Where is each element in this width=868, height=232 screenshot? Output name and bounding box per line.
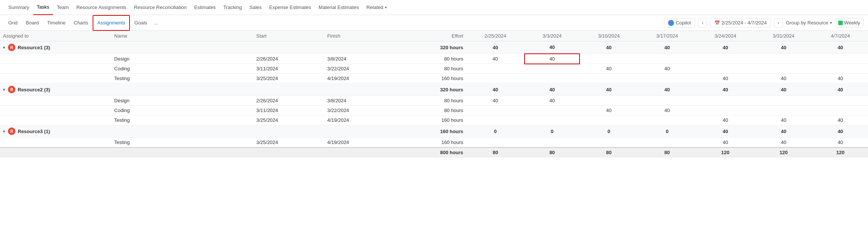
subnav-assignments[interactable]: Assignments xyxy=(93,15,130,31)
task-effort-r1-1: 80 hours xyxy=(395,64,467,74)
task-date-r3-0-d7[interactable]: 40 xyxy=(813,138,868,148)
task-assigned-r3-0 xyxy=(0,138,111,148)
task-date-r2-0-d6 xyxy=(755,96,813,106)
col-header-effort: Effort xyxy=(395,31,467,41)
task-date-r2-0-d1[interactable]: 40 xyxy=(466,96,525,106)
task-date-r1-0-d1[interactable]: 40 xyxy=(466,54,525,64)
nav-team[interactable]: Team xyxy=(53,0,73,15)
group-date-r2-d5: 40 xyxy=(696,83,755,96)
task-date-r1-2-d6[interactable]: 40 xyxy=(755,74,813,83)
task-date-r2-1-d4[interactable]: 40 xyxy=(638,106,696,115)
subnav-timeline[interactable]: Timeline xyxy=(43,15,69,31)
col-header-d4: 3/17/2024 xyxy=(638,31,696,41)
nav-tracking[interactable]: Tracking xyxy=(220,0,246,15)
group-date-r1-d2: 40 xyxy=(525,41,580,54)
total-assigned xyxy=(0,147,111,158)
subnav-more[interactable]: ... xyxy=(152,17,160,29)
task-name-r3-0: Testing xyxy=(111,138,253,148)
task-date-r1-1-d1 xyxy=(466,64,525,74)
task-date-r1-0-d3 xyxy=(580,54,638,64)
task-date-r1-2-d5[interactable]: 40 xyxy=(696,74,755,83)
task-date-r1-2-d7[interactable]: 40 xyxy=(813,74,868,83)
group-row-r3: ▾ R Resource3 (1) 160 hours 0000404040 xyxy=(0,125,868,138)
task-date-r2-1-d3[interactable]: 40 xyxy=(580,106,638,115)
group-name-r2 xyxy=(111,83,253,96)
nav-resource-reconciliation[interactable]: Resource Reconciliation xyxy=(130,0,191,15)
resource-name-r1: Resource1 (3) xyxy=(18,45,50,50)
task-start-r2-2: 3/25/2024 xyxy=(253,115,324,125)
group-date-r2-d7: 40 xyxy=(813,83,868,96)
task-row-r1-1: Coding 3/11/2024 3/22/2024 80 hours 4040 xyxy=(0,64,868,74)
next-date-button[interactable]: › xyxy=(774,18,783,27)
group-chevron-r3[interactable]: ▾ xyxy=(3,129,5,133)
task-date-r2-2-d4 xyxy=(638,115,696,125)
nav-material-estimates[interactable]: Material Estimates xyxy=(315,0,363,15)
task-start-r2-1: 3/11/2024 xyxy=(253,106,324,115)
resource-name-r3: Resource3 (1) xyxy=(18,129,50,134)
task-date-r1-0-d4 xyxy=(638,54,696,64)
task-name-r2-0: Design xyxy=(111,96,253,106)
weekly-button[interactable]: Weekly xyxy=(835,18,863,27)
calendar-icon: 📅 xyxy=(714,20,720,26)
nav-expense-estimates[interactable]: Expense Estimates xyxy=(265,0,315,15)
task-date-r3-0-d2 xyxy=(525,138,580,148)
task-date-r2-2-d5[interactable]: 40 xyxy=(696,115,755,125)
task-row-r1-2: Testing 3/25/2024 4/19/2024 160 hours 40… xyxy=(0,74,868,83)
group-by-button[interactable]: Group by Resource ▾ xyxy=(786,20,832,26)
prev-date-button[interactable]: ‹ xyxy=(698,18,707,27)
col-header-d5: 3/24/2024 xyxy=(696,31,755,41)
nav-related[interactable]: Related ▾ xyxy=(363,0,391,15)
group-date-r1-d1: 40 xyxy=(466,41,525,54)
resource-avatar-r2: R xyxy=(8,86,15,93)
nav-tasks[interactable]: Tasks xyxy=(33,0,53,15)
total-date-d3: 80 xyxy=(580,147,638,158)
task-finish-r3-0: 4/19/2024 xyxy=(324,138,395,148)
col-header-d2: 3/3/2024 xyxy=(525,31,580,41)
task-date-r1-2-d1 xyxy=(466,74,525,83)
task-finish-r2-0: 3/8/2024 xyxy=(324,96,395,106)
task-date-r1-0-d2[interactable]: 40 xyxy=(525,54,580,64)
task-date-r2-1-d1 xyxy=(466,106,525,115)
group-chevron-r1[interactable]: ▾ xyxy=(3,45,5,50)
task-date-r2-2-d7[interactable]: 40 xyxy=(813,115,868,125)
nav-summary[interactable]: Summary xyxy=(5,0,33,15)
related-chevron-icon: ▾ xyxy=(385,5,387,9)
task-date-r1-1-d4[interactable]: 40 xyxy=(638,64,696,74)
task-date-r1-1-d6 xyxy=(755,64,813,74)
copilot-button[interactable]: Copilot xyxy=(664,18,695,28)
task-date-r2-0-d2[interactable]: 40 xyxy=(525,96,580,106)
nav-resource-assignments[interactable]: Resource Assignments xyxy=(73,0,130,15)
subnav-board[interactable]: Board xyxy=(22,15,43,31)
resource-name-r2: Resource2 (3) xyxy=(18,87,50,92)
top-navigation: Summary Tasks Team Resource Assignments … xyxy=(0,0,868,15)
task-finish-r2-2: 4/19/2024 xyxy=(324,115,395,125)
task-name-r1-1: Coding xyxy=(111,64,253,74)
subnav-grid[interactable]: Grid xyxy=(5,15,21,31)
nav-estimates[interactable]: Estimates xyxy=(191,0,220,15)
subnav-charts[interactable]: Charts xyxy=(70,15,92,31)
task-start-r2-0: 2/26/2024 xyxy=(253,96,324,106)
task-effort-r2-1: 80 hours xyxy=(395,106,467,115)
group-date-r2-d3: 40 xyxy=(580,83,638,96)
task-date-r2-1-d7 xyxy=(813,106,868,115)
task-date-r1-0-d6 xyxy=(755,54,813,64)
task-date-r3-0-d6[interactable]: 40 xyxy=(755,138,813,148)
task-date-r2-2-d6[interactable]: 40 xyxy=(755,115,813,125)
task-date-r1-0-d7 xyxy=(813,54,868,64)
task-assigned-r1-1 xyxy=(0,64,111,74)
group-chevron-r2[interactable]: ▾ xyxy=(3,88,5,92)
group-name-r3 xyxy=(111,125,253,138)
group-date-r2-d1: 40 xyxy=(466,83,525,96)
subnav-goals[interactable]: Goals xyxy=(131,15,151,31)
nav-sales[interactable]: Sales xyxy=(246,0,265,15)
date-range-picker[interactable]: 📅 2/25/2024 - 4/7/2024 xyxy=(710,18,771,27)
task-row-r2-1: Coding 3/11/2024 3/22/2024 80 hours 4040 xyxy=(0,106,868,115)
task-row-r3-0: Testing 3/25/2024 4/19/2024 160 hours 40… xyxy=(0,138,868,148)
col-header-name: Name xyxy=(111,31,253,41)
task-date-r1-2-d4 xyxy=(638,74,696,83)
task-date-r3-0-d5[interactable]: 40 xyxy=(696,138,755,148)
task-row-r2-2: Testing 3/25/2024 4/19/2024 160 hours 40… xyxy=(0,115,868,125)
group-finish-r1 xyxy=(324,41,395,54)
task-effort-r2-0: 80 hours xyxy=(395,96,467,106)
task-date-r1-1-d3[interactable]: 40 xyxy=(580,64,638,74)
